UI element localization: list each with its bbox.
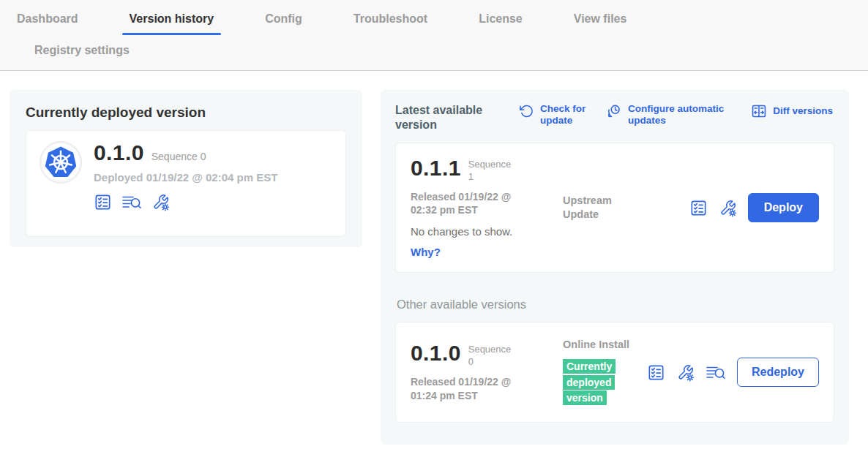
kubernetes-logo-icon [40,141,82,184]
preflight-checks-icon[interactable] [647,363,665,382]
latest-released-timestamp: Released 01/19/22 @ 02:32 pm EST [411,190,539,218]
header-actions: Check for update Configure automatic upd… [518,103,834,127]
nav-tabs-row-2: Registry settings [27,44,868,67]
refresh-icon [518,103,534,119]
currently-deployed-badge: Currently deployed version [563,359,616,406]
tab-version-history[interactable]: Version history [122,12,222,35]
tab-view-files[interactable]: View files [566,12,635,35]
deploy-logs-icon[interactable] [706,363,726,382]
edit-config-icon[interactable] [719,199,737,217]
why-link[interactable]: Why? [411,246,441,258]
latest-version-row: 0.1.1 Sequence 1 [411,156,563,184]
deploy-logs-icon[interactable] [121,193,142,211]
other-version-row: 0.1.0 Sequence 0 [411,341,563,369]
currently-deployed-badge-wrap: Currently deployed version [563,359,626,407]
no-changes-text: No changes to show. [411,225,563,238]
schedule-update-icon [606,103,622,119]
currently-deployed-title: Currently deployed version [26,105,346,121]
deployed-timestamp: Deployed 01/19/22 @ 02:04 pm EST [94,171,277,184]
diff-versions-label: Diff versions [773,105,833,119]
latest-sequence-label: Sequence 1 [468,156,515,184]
latest-source-label: Upstream Update [563,194,637,222]
currently-deployed-panel: Currently deployed version 0.1.0 Sequenc… [10,90,362,247]
latest-available-header: Latest available version Check for updat… [395,103,834,132]
tab-troubleshoot[interactable]: Troubleshoot [346,12,435,35]
tab-license[interactable]: License [471,12,530,35]
nav-tabs-row-1: Dashboard Version history Config Trouble… [10,12,868,35]
deployed-sequence-label: Sequence 0 [151,151,206,162]
deployed-version-row: 0.1.0 Sequence 0 [94,141,277,165]
tab-registry-settings[interactable]: Registry settings [27,44,137,67]
tab-dashboard[interactable]: Dashboard [10,12,86,35]
configure-automatic-updates-label: Configure automatic updates [628,103,739,127]
other-sequence-label: Sequence 0 [468,341,515,369]
edit-config-icon[interactable] [676,363,695,382]
other-version-info: 0.1.0 Sequence 0 Released 01/19/22 @ 01:… [411,341,563,403]
latest-available-title: Latest available version [395,103,498,132]
deployed-version-card: 0.1.0 Sequence 0 Deployed 01/19/22 @ 02:… [26,130,346,237]
other-version-number: 0.1.0 [411,341,461,365]
latest-version-info: 0.1.1 Sequence 1 Released 01/19/22 @ 02:… [411,156,563,260]
edit-config-icon[interactable] [151,193,170,211]
tab-config[interactable]: Config [258,12,310,35]
latest-version-number: 0.1.1 [411,156,461,180]
other-card-actions: Redeploy [647,358,819,387]
other-source-column: Online Install Currently deployed versio… [563,338,637,407]
deployed-version-number: 0.1.0 [94,141,144,165]
preflight-checks-icon[interactable] [689,199,708,217]
other-version-card: 0.1.0 Sequence 0 Released 01/19/22 @ 01:… [395,322,834,423]
deployed-actions-row [94,193,277,211]
latest-version-card: 0.1.1 Sequence 1 Released 01/19/22 @ 02:… [395,143,834,273]
latest-card-actions: Deploy [689,193,819,222]
diff-icon [751,103,767,119]
redeploy-button[interactable]: Redeploy [737,358,819,387]
other-released-timestamp: Released 01/19/22 @ 01:24 pm EST [411,375,539,403]
diff-versions-link[interactable]: Diff versions [751,103,833,119]
configure-automatic-updates-link[interactable]: Configure automatic updates [606,103,739,127]
check-for-update-link[interactable]: Check for update [518,103,594,127]
other-source-label: Online Install [563,338,637,352]
deployed-version-body: 0.1.0 Sequence 0 Deployed 01/19/22 @ 02:… [94,141,277,211]
other-versions-title: Other available versions [397,298,834,312]
deploy-button[interactable]: Deploy [748,193,819,222]
available-versions-panel: Latest available version Check for updat… [381,90,849,445]
preflight-checks-icon[interactable] [94,193,112,211]
check-for-update-label: Check for update [540,103,594,127]
app-nav: Dashboard Version history Config Trouble… [0,0,868,71]
